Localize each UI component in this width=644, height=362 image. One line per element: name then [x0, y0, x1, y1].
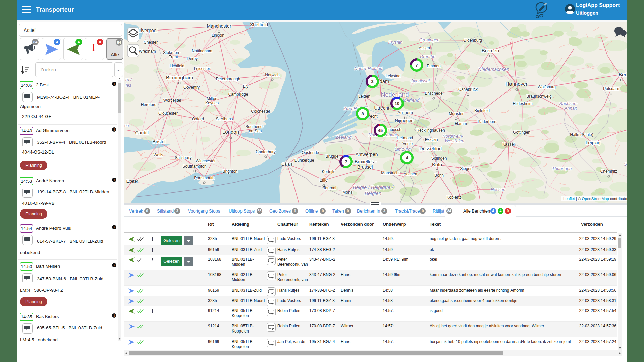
svg-text:4: 4 — [406, 155, 408, 160]
svg-text:Trent: Trent — [169, 55, 178, 59]
svg-text:Assen: Assen — [419, 46, 430, 50]
svg-text:Nederland: Nederland — [381, 91, 409, 98]
svg-text:Nottingham: Nottingham — [192, 49, 212, 53]
svg-text:Leaflet | © OpenStreetMap cont: Leaflet | © OpenStreetMap contributors — [563, 197, 627, 201]
svg-text:Hamm: Hamm — [455, 121, 467, 126]
svg-text:Peterborough: Peterborough — [216, 77, 240, 81]
svg-text:Leicester: Leicester — [194, 66, 210, 71]
svg-text:Braunschweig: Braunschweig — [526, 94, 551, 99]
svg-text:Nordrhein-: Nordrhein- — [442, 134, 463, 139]
svg-text:Brighton: Brighton — [223, 169, 238, 174]
svg-text:7: 7 — [415, 63, 418, 68]
svg-text:Worcester: Worcester — [163, 98, 181, 103]
svg-text:Kassel: Kassel — [502, 142, 515, 147]
svg-text:Salisbury: Salisbury — [175, 155, 191, 160]
svg-text:Bristol: Bristol — [153, 139, 166, 144]
svg-text:Koblenz: Koblenz — [446, 195, 461, 200]
svg-text:Belgien: Belgien — [365, 190, 381, 196]
svg-text:Drenthe: Drenthe — [420, 54, 435, 59]
svg-text:Aachen: Aachen — [404, 172, 417, 176]
svg-text:Canterbury: Canterbury — [256, 149, 275, 154]
svg-text:Wrexham: Wrexham — [139, 49, 156, 54]
svg-text:Mons: Mons — [342, 190, 352, 195]
svg-text:Paderborn: Paderborn — [478, 119, 496, 124]
svg-text:Sac: Sac — [624, 162, 627, 167]
svg-text:St Albans: St Albans — [216, 117, 233, 121]
svg-text:45: 45 — [378, 128, 383, 133]
svg-text:Potsdam: Potsdam — [603, 86, 619, 91]
svg-text:Brugge: Brugge — [326, 154, 339, 159]
svg-text:Hannover: Hannover — [505, 81, 527, 87]
svg-text:Ely: Ely — [243, 84, 249, 89]
svg-text:Recklinghausen: Recklinghausen — [416, 128, 445, 133]
svg-text:Düsseldorf: Düsseldorf — [420, 146, 442, 152]
svg-text:Halle (Saale): Halle (Saale) — [570, 132, 593, 137]
svg-text:Lelystad: Lelystad — [386, 74, 401, 78]
svg-text:Münster: Münster — [449, 111, 463, 116]
svg-text:Anhalt: Anhalt — [564, 106, 577, 111]
svg-text:Chemnitz: Chemnitz — [600, 169, 618, 174]
svg-text:Exeter: Exeter — [126, 179, 138, 184]
svg-text:Stoke-on-: Stoke-on- — [163, 50, 180, 55]
svg-text:Venlo: Venlo — [402, 141, 413, 146]
svg-text:Keynes: Keynes — [205, 101, 219, 105]
svg-text:Oldenburg: Oldenburg — [463, 38, 482, 43]
svg-text:Berli: Berli — [619, 72, 627, 77]
svg-text:Groningen: Groningen — [419, 37, 440, 42]
svg-text:Derby: Derby — [187, 56, 198, 61]
svg-text:Calais: Calais — [281, 162, 292, 167]
svg-text:Wolfsburg: Wolfsburg — [538, 85, 556, 89]
svg-text:Winchester: Winchester — [196, 159, 216, 163]
svg-text:Leipzig: Leipzig — [586, 140, 600, 145]
svg-text:Solingen: Solingen — [431, 156, 447, 161]
svg-text:Belgie / Belgique /: Belgie / Belgique / — [353, 184, 394, 190]
svg-text:Bonn: Bonn — [434, 173, 444, 178]
svg-text:Helmond: Helmond — [397, 136, 413, 140]
svg-text:Cardiff: Cardiff — [135, 130, 149, 135]
svg-text:Zeeland: Zeeland — [335, 135, 352, 140]
svg-text:Portsmouth: Portsmouth — [194, 176, 214, 180]
svg-text:Liverpool: Liverpool — [139, 28, 158, 33]
svg-text:Fryslân: Fryslân — [388, 40, 403, 45]
svg-text:Enschede: Enschede — [425, 91, 443, 96]
svg-text:Wells: Wells — [153, 153, 163, 157]
svg-text:Colchester: Colchester — [251, 109, 270, 114]
svg-text:Hereford: Hereford — [141, 102, 157, 107]
svg-text:Bremen: Bremen — [482, 48, 499, 53]
svg-text:Cambridge: Cambridge — [228, 92, 248, 97]
svg-text:Lichfield: Lichfield — [170, 64, 184, 68]
svg-text:Lincoln: Lincoln — [212, 33, 224, 38]
svg-text:7: 7 — [345, 159, 347, 164]
svg-text:Milton: Milton — [207, 96, 217, 101]
svg-text:Arnhem: Arnhem — [397, 110, 413, 115]
svg-text:Coventry: Coventry — [183, 85, 200, 90]
svg-text:Niedersachsen: Niedersachsen — [478, 67, 509, 72]
svg-text:8: 8 — [361, 111, 364, 116]
svg-text:Bielefeld: Bielefeld — [474, 108, 490, 113]
svg-text:Brussel: Brussel — [357, 164, 373, 170]
svg-text:on-Sea: on-Sea — [249, 129, 262, 133]
svg-text:Sheffield: Sheffield — [250, 22, 268, 27]
svg-text:ea: ea — [124, 123, 129, 128]
svg-text:Westfalen: Westfalen — [445, 138, 464, 143]
svg-text:les: les — [126, 83, 131, 88]
svg-text:Southampton: Southampton — [182, 164, 206, 169]
svg-text:London: London — [222, 129, 239, 135]
svg-text:Maastricht: Maastricht — [381, 171, 400, 175]
svg-text:Oxford: Oxford — [192, 117, 204, 121]
svg-text:Sachsen-: Sachsen- — [559, 101, 578, 106]
svg-text:dam: dam — [379, 78, 389, 84]
svg-text:Manchester: Manchester — [207, 23, 231, 29]
svg-text:Hildesheim: Hildesheim — [513, 101, 532, 106]
svg-text:Birmingham: Birmingham — [166, 75, 193, 80]
svg-text:Chester: Chester — [144, 40, 158, 45]
svg-text:Oostende: Oostende — [302, 150, 319, 155]
svg-text:Noord-Holland: Noord-Holland — [354, 66, 383, 71]
svg-text:Gloucester: Gloucester — [158, 111, 178, 116]
svg-text:Köln: Köln — [432, 162, 442, 167]
svg-text:Emmen: Emmen — [427, 64, 440, 68]
svg-text:Göttingen: Göttingen — [513, 130, 530, 135]
svg-text:Dunkerque: Dunkerque — [294, 158, 314, 163]
svg-text:Overijssel: Overijssel — [410, 78, 430, 83]
svg-text:ru /: ru / — [125, 77, 132, 82]
